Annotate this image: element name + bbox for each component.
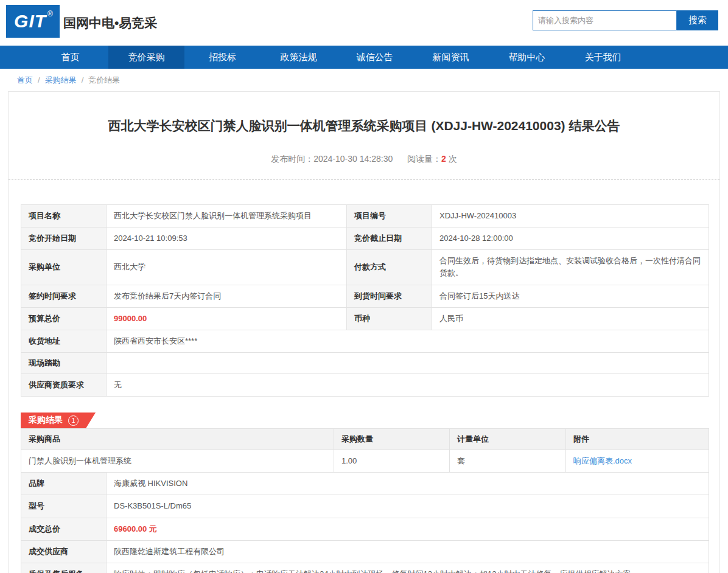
table-row: 供应商资质要求 无 — [21, 373, 709, 396]
info-value: 人民币 — [432, 307, 709, 330]
table-row: 签约时间要求 发布竞价结果后7天内签订合同 到货时间要求 合同签订后15天内送达 — [21, 285, 709, 307]
table-row: 现场踏勘 — [21, 352, 709, 373]
nav-item-news[interactable]: 新闻资讯 — [413, 46, 489, 69]
publish-time-value: 2024-10-30 14:28:30 — [313, 154, 393, 164]
table-row: 预算总价 99000.00 币种 人民币 — [21, 307, 709, 330]
info-label: 收货地址 — [21, 330, 107, 352]
table-row: 收货地址 陕西省西安市长安区**** — [21, 330, 709, 352]
info-label: 现场踏勘 — [21, 352, 107, 373]
result-count-badge: 1 — [68, 415, 79, 426]
info-value: 陕西省西安市长安区**** — [107, 330, 709, 352]
page-title: 西北大学长安校区门禁人脸识别一体机管理系统采购项目 (XDJJ-HW-20241… — [9, 117, 719, 134]
info-value: 2024-10-21 10:09:53 — [107, 227, 347, 250]
table-row: 质保及售后服务 响应时效：即时响应（包括电话响应）；电话响应无法解决24小时内到… — [21, 563, 709, 573]
detail-value: DS-K3B501S-L/Dm65 — [107, 495, 709, 518]
info-value: 无 — [107, 373, 709, 396]
project-info-table: 项目名称 西北大学长安校区门禁人脸识别一体机管理系统采购项目 项目编号 XDJJ… — [21, 204, 709, 397]
search-box: 搜索 — [533, 10, 718, 30]
table-row: 成交供应商 陕西隆乾迪斯建筑工程有限公司 — [21, 540, 709, 563]
info-label: 供应商资质要求 — [21, 373, 107, 396]
info-label: 项目名称 — [21, 205, 107, 227]
nav-item-help[interactable]: 帮助中心 — [489, 46, 565, 69]
result-badge-label: 采购结果 — [29, 415, 63, 426]
table-header-row: 采购商品 采购数量 计量单位 附件 — [21, 429, 709, 450]
info-label: 项目编号 — [347, 205, 432, 227]
breadcrumb-separator: / — [82, 75, 84, 85]
table-row: 项目名称 西北大学长安校区门禁人脸识别一体机管理系统采购项目 项目编号 XDJJ… — [21, 205, 709, 227]
site-header: GIT® 国网中电•易竞采 搜索 — [0, 0, 728, 46]
nav-item-about[interactable]: 关于我们 — [565, 46, 641, 69]
info-value: 西北大学 — [107, 250, 347, 285]
column-header: 计量单位 — [450, 429, 566, 450]
deal-total-price: 69600.00 元 — [107, 518, 709, 540]
views-unit: 次 — [449, 154, 457, 164]
detail-label: 型号 — [21, 495, 107, 518]
product-quantity: 1.00 — [334, 450, 450, 473]
info-label: 付款方式 — [347, 250, 432, 285]
nav-item-bidding-purchase[interactable]: 竞价采购 — [108, 46, 184, 69]
detail-value: 响应时效：即时响应（包括电话响应）；电话响应无法解决24小时内到达现场。修复时间… — [107, 563, 709, 573]
detail-label: 成交总价 — [21, 518, 107, 540]
nav-item-policy[interactable]: 政策法规 — [261, 46, 337, 69]
views-label: 阅读量： — [407, 154, 441, 164]
content-card: 西北大学长安校区门禁人脸识别一体机管理系统采购项目 (XDJJ-HW-20241… — [8, 91, 720, 573]
detail-label: 成交供应商 — [21, 540, 107, 563]
breadcrumb-separator: / — [38, 75, 40, 85]
nav-item-home[interactable]: 首页 — [32, 46, 108, 69]
breadcrumb-link-procurement-results[interactable]: 采购结果 — [45, 75, 77, 86]
column-header: 采购商品 — [21, 429, 334, 450]
publish-info: 发布时间：2024-10-30 14:28:30 阅读量：2 次 — [9, 154, 719, 165]
table-row: 品牌 海康威视 HIKVISION — [21, 473, 709, 495]
info-label: 采购单位 — [21, 250, 107, 285]
info-label: 币种 — [347, 307, 432, 330]
info-label: 到货时间要求 — [347, 285, 432, 307]
result-table: 采购商品 采购数量 计量单位 附件 门禁人脸识别一体机管理系统 1.00 套 响… — [21, 428, 709, 573]
info-value — [107, 352, 709, 373]
search-button[interactable]: 搜索 — [677, 10, 718, 30]
dashed-divider — [9, 179, 719, 180]
info-value: 合同生效后，待货物到达指定地点、安装调试验收合格后，一次性付清合同货款。 — [432, 250, 709, 285]
table-row: 成交总价 69600.00 元 — [21, 518, 709, 540]
product-name: 门禁人脸识别一体机管理系统 — [21, 450, 334, 473]
registered-mark-icon: ® — [47, 10, 53, 18]
logo-text: GIT — [14, 11, 46, 32]
site-logo: GIT® — [6, 5, 60, 38]
column-header: 附件 — [566, 429, 709, 450]
nav-item-tender[interactable]: 招投标 — [184, 46, 261, 69]
breadcrumb-link-home[interactable]: 首页 — [17, 75, 33, 86]
info-label: 竞价开始日期 — [21, 227, 107, 250]
views-count: 2 — [441, 154, 446, 164]
attachment-link[interactable]: 响应偏离表.docx — [573, 456, 632, 465]
info-label: 签约时间要求 — [21, 285, 107, 307]
table-row: 型号 DS-K3B501S-L/Dm65 — [21, 495, 709, 518]
detail-value: 陕西隆乾迪斯建筑工程有限公司 — [107, 540, 709, 563]
product-row: 门禁人脸识别一体机管理系统 1.00 套 响应偏离表.docx — [21, 450, 709, 473]
search-input[interactable] — [533, 10, 677, 30]
nav-item-integrity[interactable]: 诚信公告 — [337, 46, 413, 69]
info-value: 合同签订后15天内送达 — [432, 285, 709, 307]
info-value: XDJJ-HW-202410003 — [432, 205, 709, 227]
detail-label: 质保及售后服务 — [21, 563, 107, 573]
info-label: 竞价截止日期 — [347, 227, 432, 250]
column-header: 采购数量 — [334, 429, 450, 450]
detail-label: 品牌 — [21, 473, 107, 495]
breadcrumb: 首页 / 采购结果 / 竞价结果 — [0, 69, 728, 91]
info-label: 预算总价 — [21, 307, 107, 330]
breadcrumb-current: 竞价结果 — [88, 75, 120, 86]
detail-value: 海康威视 HIKVISION — [107, 473, 709, 495]
info-value: 发布竞价结果后7天内签订合同 — [107, 285, 347, 307]
result-section-ribbon: 采购结果 1 — [21, 412, 96, 428]
info-value: 西北大学长安校区门禁人脸识别一体机管理系统采购项目 — [107, 205, 347, 227]
publish-time-label: 发布时间： — [271, 154, 313, 164]
info-value: 2024-10-28 12:00:00 — [432, 227, 709, 250]
product-unit: 套 — [450, 450, 566, 473]
brand-title: 国网中电•易竞采 — [63, 0, 157, 46]
budget-total-value: 99000.00 — [107, 307, 347, 330]
table-row: 采购单位 西北大学 付款方式 合同生效后，待货物到达指定地点、安装调试验收合格后… — [21, 250, 709, 285]
table-row: 竞价开始日期 2024-10-21 10:09:53 竞价截止日期 2024-1… — [21, 227, 709, 250]
main-nav: 首页 竞价采购 招投标 政策法规 诚信公告 新闻资讯 帮助中心 关于我们 — [0, 46, 728, 69]
